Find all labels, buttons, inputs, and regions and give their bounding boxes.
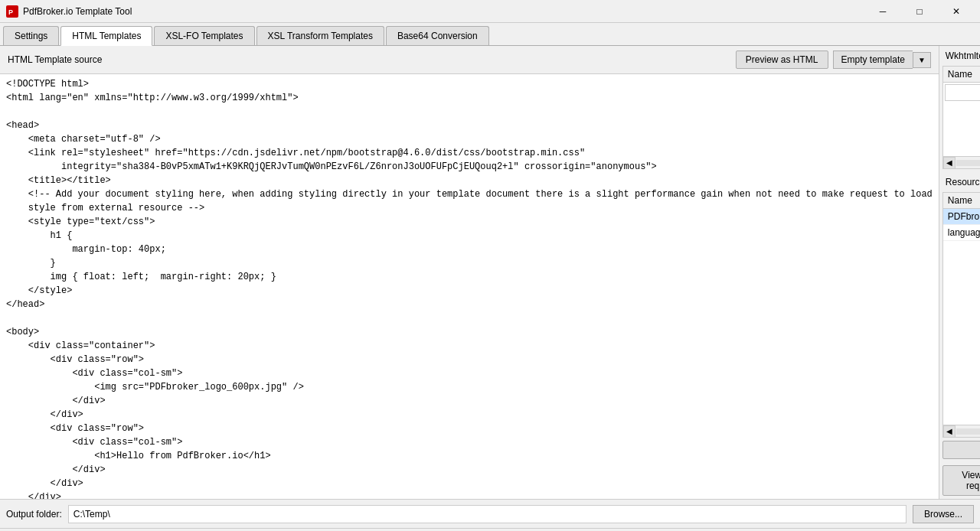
- params-table-container: Name Value: [942, 66, 980, 157]
- resources-col-name: Name: [943, 193, 980, 209]
- resources-section: Resources Name Content PDFbroker_logo_6r…: [939, 172, 980, 462]
- window-controls: ─ □ ✕: [865, 0, 974, 23]
- params-horizontal-scrollbar: ◀ ▶: [942, 157, 980, 169]
- close-button[interactable]: ✕: [939, 0, 974, 23]
- params-table: Name Value: [943, 67, 980, 156]
- header-buttons: Preview as HTML Empty template ▼: [736, 50, 931, 69]
- resources-scroll-track: [956, 428, 980, 435]
- output-folder-label: Output folder:: [6, 509, 62, 520]
- code-editor[interactable]: <!DOCTYPE html> <html lang="en" xmlns="h…: [0, 74, 939, 499]
- wkhtmltopdf-section: Wkhtmltopdf parameters Name Value: [939, 46, 980, 169]
- output-folder-input[interactable]: [68, 505, 906, 523]
- resource-name-cell: languagesupport.p: [943, 225, 980, 241]
- tab-xsl-fo-templates[interactable]: XSL-FO Templates: [154, 26, 254, 45]
- browse-button[interactable]: Browse...: [913, 505, 974, 523]
- view-json-request-button[interactable]: View json request: [942, 465, 980, 496]
- content-area: HTML Template source Preview as HTML Emp…: [0, 46, 980, 528]
- html-template-source-label: HTML Template source: [8, 54, 102, 65]
- app-title: PdfBroker.io Template Tool: [23, 6, 865, 17]
- params-input-row: [943, 83, 980, 103]
- status-bar: Pdf saved successfully C:\Temp\b94c913b-…: [0, 528, 980, 531]
- resources-table-row[interactable]: PDFbroker_logo_6r/9j/4AAQSkZJRgA: [943, 209, 980, 225]
- params-col-name: Name: [943, 67, 980, 83]
- right-panel: Wkhtmltopdf parameters Name Value: [939, 46, 980, 499]
- params-name-input[interactable]: [945, 84, 980, 101]
- wkhtmltopdf-title: Wkhtmltopdf parameters: [939, 46, 980, 66]
- main-tab-bar: Settings HTML Templates XSL-FO Templates…: [0, 23, 980, 46]
- right-bottom-actions: View json request Generate PDF: [939, 462, 980, 499]
- params-scroll-track: [956, 160, 980, 166]
- maximize-button[interactable]: □: [902, 0, 937, 23]
- empty-template-dropdown: Empty template ▼: [833, 50, 931, 69]
- resources-table-row[interactable]: languagesupport.piVBORw0KGgoAA: [943, 225, 980, 241]
- resources-table: Name Content PDFbroker_logo_6r/9j/4AAQSk…: [943, 193, 980, 241]
- svg-text:P: P: [8, 8, 13, 16]
- left-panel: HTML Template source Preview as HTML Emp…: [0, 46, 939, 499]
- resources-horizontal-scrollbar: ◀ ▶: [942, 425, 980, 438]
- inner-layout: HTML Template source Preview as HTML Emp…: [0, 46, 980, 499]
- resource-name-cell: PDFbroker_logo_6r: [943, 209, 980, 225]
- empty-template-button[interactable]: Empty template: [833, 50, 913, 69]
- tab-base64-conversion[interactable]: Base64 Conversion: [386, 26, 489, 45]
- preview-as-html-button[interactable]: Preview as HTML: [736, 50, 828, 69]
- title-bar: P PdfBroker.io Template Tool ─ □ ✕: [0, 0, 980, 23]
- tab-html-templates[interactable]: HTML Templates: [60, 26, 152, 46]
- resources-table-container: Name Content PDFbroker_logo_6r/9j/4AAQSk…: [942, 192, 980, 425]
- add-resource-button[interactable]: Add resource: [942, 441, 980, 459]
- resources-scroll-left[interactable]: ◀: [943, 425, 956, 438]
- tab-xsl-transform-templates[interactable]: XSL Transform Templates: [256, 26, 384, 45]
- params-scroll-left[interactable]: ◀: [943, 157, 956, 169]
- resources-title: Resources: [939, 172, 980, 192]
- tab-settings[interactable]: Settings: [3, 26, 59, 45]
- minimize-button[interactable]: ─: [865, 0, 900, 23]
- left-panel-header: HTML Template source Preview as HTML Emp…: [0, 46, 939, 74]
- bottom-bar: Output folder: Browse...: [0, 499, 980, 528]
- app-icon: P: [6, 5, 18, 18]
- empty-template-dropdown-arrow[interactable]: ▼: [913, 52, 931, 68]
